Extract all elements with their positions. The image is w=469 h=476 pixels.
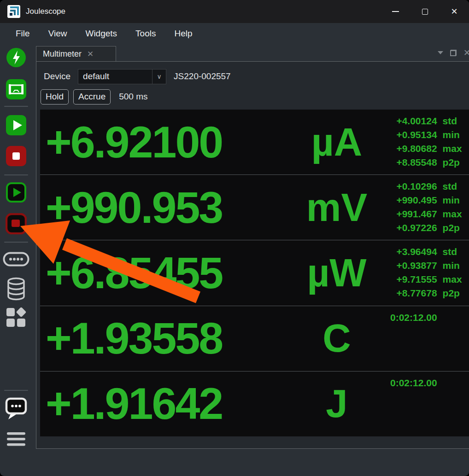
sidebar-separator [4, 242, 28, 243]
play-icon[interactable] [6, 115, 26, 135]
chevron-down-icon: ∨ [152, 70, 166, 84]
sidebar-separator [4, 174, 28, 175]
voltage-stats: +0.10296std +990.495min +991.467max +0.9… [390, 175, 469, 240]
charge-stats: 0:02:12.00 [390, 306, 469, 371]
menu-file[interactable]: File [6, 26, 39, 41]
widgets-icon[interactable] [5, 307, 27, 329]
stat-label: min [443, 193, 464, 207]
sidebar [0, 44, 32, 476]
current-stats: +4.00124std +0.95134min +9.80682max +8.8… [390, 110, 469, 174]
device-label: Device [44, 71, 70, 81]
stat-label: p2p [443, 156, 464, 169]
dock-tab-bar: Multimeter ✕ ✕ [32, 44, 469, 61]
close-icon: ✕ [463, 48, 469, 58]
voltage-unit: mV [283, 175, 390, 240]
record-play-icon[interactable] [6, 182, 26, 203]
charge-unit: C [283, 306, 390, 371]
stat-label: std [443, 114, 464, 128]
charge-value: +1.93558 [40, 306, 283, 371]
stat-value: +9.80682 [396, 142, 437, 156]
stat-value: +8.85548 [396, 156, 437, 169]
energy-stats: 0:02:12.00 [390, 372, 469, 436]
device-icon[interactable] [6, 79, 26, 99]
stat-label: max [443, 207, 464, 221]
measurement-row-power: +6.85455 µW +3.96494std +0.93877min +9.7… [40, 240, 469, 306]
menu-bar: File View Widgets Tools Help [0, 23, 469, 44]
device-select[interactable]: default ∨ [78, 69, 166, 84]
float-icon [450, 50, 457, 56]
window-title: Joulescope [26, 7, 65, 16]
measurement-row-voltage: +990.953 mV +0.10296std +990.495min +991… [40, 175, 469, 240]
accrue-time: 0:02:12.00 [390, 376, 437, 390]
stat-value: +991.467 [396, 207, 437, 221]
current-unit: µA [283, 110, 390, 174]
multimeter-panel: Device default ∨ JS220-002557 Hold Accru… [36, 61, 469, 449]
dock-close-button[interactable]: ✕ [463, 48, 469, 57]
buffer-icon[interactable] [6, 277, 27, 301]
power-unit: µW [283, 240, 390, 305]
joulescope-logo-icon [7, 5, 20, 18]
accrue-duration: 500 ms [119, 92, 147, 102]
stat-value: +8.77678 [396, 286, 437, 300]
stat-label-spacer [443, 376, 464, 390]
accrue-time: 0:02:12.00 [390, 311, 437, 325]
close-icon: ✕ [451, 7, 457, 16]
stat-label: max [443, 142, 464, 156]
minimize-icon [392, 11, 399, 12]
stat-label: max [443, 273, 464, 286]
stat-label: p2p [443, 286, 464, 300]
dock-float-button[interactable] [450, 50, 457, 56]
minimize-button[interactable] [381, 0, 410, 23]
dock-menu-button[interactable] [438, 51, 443, 54]
energy-value: +1.91642 [40, 372, 283, 436]
menu-tools[interactable]: Tools [126, 26, 165, 41]
chat-icon[interactable] [5, 396, 28, 420]
power-toggle-icon[interactable] [6, 47, 26, 68]
tab-multimeter[interactable]: Multimeter ✕ [36, 46, 116, 61]
sidebar-separator [4, 390, 28, 391]
power-value: +6.85455 [40, 240, 283, 305]
stat-value: +0.93877 [396, 259, 437, 273]
device-select-value: default [78, 71, 152, 81]
menu-widgets[interactable]: Widgets [76, 26, 126, 41]
menu-icon[interactable] [6, 431, 26, 447]
multimeter-display: +6.92100 µA +4.00124std +0.95134min +9.8… [40, 110, 469, 436]
console-icon[interactable] [3, 252, 29, 267]
measurement-row-energy: +1.91642 J 0:02:12.00 [40, 372, 469, 436]
voltage-value: +990.953 [40, 175, 283, 240]
stat-value: +0.97226 [396, 221, 437, 235]
maximize-button[interactable] [410, 0, 440, 23]
stat-label: std [443, 180, 464, 193]
menu-view[interactable]: View [39, 26, 76, 41]
app-window: Joulescope ✕ File View Widgets Tools Hel… [0, 0, 469, 476]
current-value: +6.92100 [40, 110, 283, 174]
stat-value: +0.10296 [396, 180, 437, 193]
stat-label: min [443, 259, 464, 273]
stat-value: +4.00124 [396, 114, 437, 128]
stat-label-spacer [443, 311, 464, 325]
stat-value: +0.95134 [396, 128, 437, 142]
power-stats: +3.96494std +0.93877min +9.71555max +8.7… [390, 240, 469, 305]
record-stop-icon[interactable] [6, 213, 27, 234]
hold-button[interactable]: Hold [41, 89, 69, 104]
measurement-row-current: +6.92100 µA +4.00124std +0.95134min +9.8… [40, 110, 469, 175]
device-serial: JS220-002557 [174, 71, 231, 81]
stat-label: p2p [443, 221, 464, 235]
close-button[interactable]: ✕ [440, 0, 469, 23]
tab-label: Multimeter [43, 49, 82, 59]
sidebar-separator [4, 106, 28, 107]
stat-label: min [443, 128, 464, 142]
tab-close-icon[interactable]: ✕ [87, 50, 94, 58]
menu-help[interactable]: Help [165, 26, 201, 41]
stat-value: +3.96494 [396, 245, 437, 259]
measurement-row-charge: +1.93558 C 0:02:12.00 [40, 306, 469, 372]
stat-value: +9.71555 [396, 273, 437, 286]
title-bar[interactable]: Joulescope ✕ [0, 0, 469, 23]
stat-value: +990.495 [396, 193, 437, 207]
chevron-down-icon [438, 51, 443, 54]
accrue-button[interactable]: Accrue [73, 89, 111, 104]
maximize-icon [422, 9, 428, 15]
stop-icon[interactable] [6, 146, 26, 166]
stat-label: std [443, 245, 464, 259]
energy-unit: J [283, 372, 390, 436]
